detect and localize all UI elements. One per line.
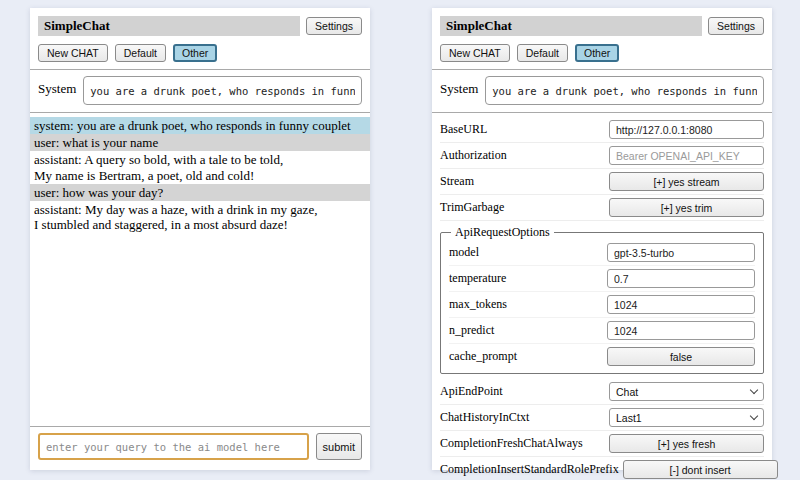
setting-row-apiendpoint: ApiEndPoint Chat bbox=[440, 379, 764, 405]
chat-message-assistant: assistant: My day was a haze, with a dri… bbox=[30, 201, 370, 233]
session-tab-other[interactable]: Other bbox=[173, 44, 217, 62]
authorization-label: Authorization bbox=[440, 148, 507, 163]
session-tab-default[interactable]: Default bbox=[517, 44, 568, 62]
model-label: model bbox=[449, 245, 479, 260]
divider bbox=[432, 112, 772, 113]
system-prompt-row: System bbox=[38, 76, 362, 105]
n-predict-input[interactable] bbox=[607, 321, 755, 340]
app-title: SimpleChat bbox=[38, 16, 300, 36]
settings-button[interactable]: Settings bbox=[306, 17, 362, 35]
system-prompt-input[interactable] bbox=[485, 76, 764, 105]
chat-message-user: user: how was your day? bbox=[30, 184, 370, 201]
completioninsertstandardroleprefix-toggle-button[interactable]: [-] dont insert bbox=[623, 460, 778, 479]
submit-button[interactable]: submit bbox=[316, 433, 362, 460]
chat-message-system: system: you are a drunk poet, who respon… bbox=[30, 117, 370, 134]
api-request-options-fieldset: ApiRequestOptions model temperature max_… bbox=[440, 225, 764, 374]
setting-row-temperature: temperature bbox=[449, 266, 755, 292]
chathistoryinctxt-selected-value: Last1 bbox=[609, 408, 764, 427]
cache-prompt-label: cache_prompt bbox=[449, 349, 517, 364]
query-input[interactable] bbox=[38, 433, 309, 460]
completionfreshchatalways-toggle-button[interactable]: [+] yes fresh bbox=[609, 434, 764, 453]
divider bbox=[30, 112, 370, 113]
session-toolbar: New CHAT Default Other bbox=[38, 44, 362, 62]
header: SimpleChat Settings bbox=[440, 16, 764, 36]
apiendpoint-selected-value: Chat bbox=[609, 382, 764, 401]
n-predict-label: n_predict bbox=[449, 323, 494, 338]
setting-row-completionfreshchatalways: CompletionFreshChatAlways [+] yes fresh bbox=[440, 431, 764, 457]
new-chat-button[interactable]: New CHAT bbox=[38, 44, 108, 62]
trimgarbage-label: TrimGarbage bbox=[440, 200, 504, 215]
max-tokens-input[interactable] bbox=[607, 295, 755, 314]
baseurl-input[interactable] bbox=[609, 120, 764, 139]
completionfreshchatalways-label: CompletionFreshChatAlways bbox=[440, 436, 583, 451]
setting-row-chathistoryinctxt: ChatHistoryInCtxt Last1 bbox=[440, 405, 764, 431]
cache-prompt-toggle-button[interactable]: false bbox=[607, 347, 755, 366]
apiendpoint-label: ApiEndPoint bbox=[440, 384, 503, 399]
setting-row-trimgarbage: TrimGarbage [+] yes trim bbox=[440, 195, 764, 221]
divider bbox=[432, 69, 772, 70]
session-tab-other[interactable]: Other bbox=[575, 44, 619, 62]
settings-form: BaseURL Authorization Stream [+] yes str… bbox=[440, 117, 764, 480]
setting-row-max-tokens: max_tokens bbox=[449, 292, 755, 318]
baseurl-label: BaseURL bbox=[440, 122, 487, 137]
chat-message-user: user: what is your name bbox=[30, 134, 370, 151]
setting-row-model: model bbox=[449, 240, 755, 266]
new-chat-button[interactable]: New CHAT bbox=[440, 44, 510, 62]
session-tab-default[interactable]: Default bbox=[115, 44, 166, 62]
header: SimpleChat Settings bbox=[38, 16, 362, 36]
chat-message-assistant: assistant: A query so bold, with a tale … bbox=[30, 151, 370, 183]
max-tokens-label: max_tokens bbox=[449, 297, 507, 312]
settings-button[interactable]: Settings bbox=[708, 17, 764, 35]
setting-row-authorization: Authorization bbox=[440, 143, 764, 169]
model-input[interactable] bbox=[607, 243, 755, 262]
app-title: SimpleChat bbox=[440, 16, 702, 36]
chat-log: system: you are a drunk poet, who respon… bbox=[30, 117, 370, 233]
system-prompt-input[interactable] bbox=[83, 76, 362, 105]
setting-row-completioninsertstandardroleprefix: CompletionInsertStandardRolePrefix [-] d… bbox=[440, 457, 764, 480]
chathistoryinctxt-select[interactable]: Last1 bbox=[609, 408, 764, 427]
completioninsertstandardroleprefix-label: CompletionInsertStandardRolePrefix bbox=[440, 462, 619, 477]
stream-label: Stream bbox=[440, 174, 474, 189]
temperature-label: temperature bbox=[449, 271, 506, 286]
settings-panel: SimpleChat Settings New CHAT Default Oth… bbox=[432, 8, 772, 470]
api-request-options-legend: ApiRequestOptions bbox=[451, 225, 554, 240]
setting-row-cache-prompt: cache_prompt false bbox=[449, 344, 755, 369]
setting-row-n-predict: n_predict bbox=[449, 318, 755, 344]
temperature-input[interactable] bbox=[607, 269, 755, 288]
divider bbox=[30, 69, 370, 70]
setting-row-baseurl: BaseURL bbox=[440, 117, 764, 143]
session-toolbar: New CHAT Default Other bbox=[440, 44, 764, 62]
trimgarbage-toggle-button[interactable]: [+] yes trim bbox=[609, 198, 764, 217]
chathistoryinctxt-label: ChatHistoryInCtxt bbox=[440, 410, 529, 425]
stream-toggle-button[interactable]: [+] yes stream bbox=[609, 172, 764, 191]
query-row: submit bbox=[38, 433, 362, 460]
system-prompt-label: System bbox=[38, 76, 76, 97]
divider bbox=[30, 426, 370, 427]
system-prompt-label: System bbox=[440, 76, 478, 97]
system-prompt-row: System bbox=[440, 76, 764, 105]
apiendpoint-select[interactable]: Chat bbox=[609, 382, 764, 401]
authorization-input[interactable] bbox=[609, 146, 764, 165]
empty-space bbox=[30, 233, 370, 421]
chat-panel: SimpleChat Settings New CHAT Default Oth… bbox=[30, 8, 370, 470]
setting-row-stream: Stream [+] yes stream bbox=[440, 169, 764, 195]
